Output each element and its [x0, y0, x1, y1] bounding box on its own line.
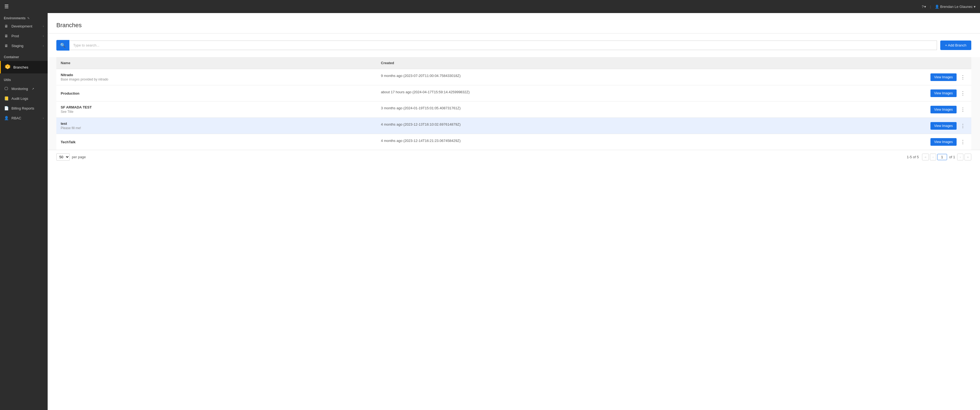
document-icon: 📄 — [4, 106, 9, 110]
table-row: test Please fill me! 4 months ago (2023-… — [56, 118, 971, 134]
user-label: Brendan Le Glaunec — [940, 5, 973, 9]
prev-page-button[interactable]: ‹ — [930, 154, 936, 160]
row-actions-cell: View Images ⋮ — [917, 69, 971, 85]
view-images-button[interactable]: View Images — [931, 89, 956, 97]
user-chevron-icon: ▾ — [974, 5, 976, 9]
row-created-cell: 4 months ago (2023-12-14T16:21:23.067458… — [377, 134, 917, 150]
menu-icon[interactable]: ☰ — [4, 3, 9, 9]
row-actions-cell: View Images ⋮ — [917, 101, 971, 117]
of-total-label: of 1 — [949, 155, 955, 159]
sidebar-item-billing-reports[interactable]: 📄 Billing Reports — [0, 103, 48, 113]
next-page-button[interactable]: › — [957, 154, 963, 160]
row-name-cell: TechTalk — [56, 134, 377, 150]
chevron-right-icon: › — [43, 116, 44, 120]
row-name: test — [61, 122, 372, 126]
sidebar-item-label: Audit Logs — [11, 97, 28, 101]
row-date: 9 months ago (2023-07-20T11:00:04.758433… — [377, 73, 917, 82]
help-button[interactable]: ? ▾ — [922, 5, 926, 9]
col-name: Name — [56, 57, 377, 69]
add-branch-button[interactable]: + Add Branch — [940, 41, 971, 50]
row-actions-cell: View Images ⋮ — [917, 134, 971, 150]
row-name: SF ARMADA TEST — [61, 105, 372, 109]
row-actions-cell: View Images ⋮ — [917, 118, 971, 134]
sidebar-item-label: Monitoring — [11, 87, 28, 91]
table-header: Name Created — [56, 57, 971, 69]
view-images-button[interactable]: View Images — [931, 122, 956, 130]
first-page-button[interactable]: « — [922, 154, 929, 160]
sidebar: Environments ✎ 🖥 Development › 🖥 Prod › … — [0, 13, 48, 410]
kebab-menu-button[interactable]: ⋮ — [959, 89, 967, 97]
row-created-cell: 9 months ago (2023-07-20T11:00:04.758433… — [377, 69, 917, 85]
edit-icon: ✎ — [27, 17, 30, 20]
kebab-menu-button[interactable]: ⋮ — [959, 138, 967, 146]
row-created-cell: 4 months ago (2023-12-13T16:10:02.697614… — [377, 118, 917, 134]
table-row: TechTalk 4 months ago (2023-12-14T16:21:… — [56, 134, 971, 150]
user-menu-button[interactable]: 👤 Brendan Le Glaunec ▾ — [935, 5, 976, 9]
view-images-button[interactable]: View Images — [931, 73, 956, 81]
per-page-label: per page — [72, 155, 86, 159]
topbar: ☰ ? ▾ | 👤 Brendan Le Glaunec ▾ — [0, 0, 980, 13]
row-name: Production — [61, 91, 372, 95]
topbar-right: ? ▾ | 👤 Brendan Le Glaunec ▾ — [922, 5, 976, 9]
utils-section-label: Utils — [4, 78, 11, 82]
sidebar-item-branches[interactable]: Branches — [0, 61, 48, 73]
row-date: 4 months ago (2023-12-14T16:21:23.067458… — [377, 138, 917, 147]
help-chevron-icon: ▾ — [924, 5, 926, 9]
kebab-menu-button[interactable]: ⋮ — [959, 106, 967, 114]
help-icon: ? — [922, 5, 924, 9]
book-icon: 📒 — [4, 96, 9, 101]
branches-table-wrapper: Name Created Nitrado Base images provide… — [48, 57, 980, 150]
row-name-cell: Nitrado Base images provided by nitrado — [56, 69, 377, 85]
per-page-select[interactable]: 50 25 10 — [56, 154, 70, 161]
row-name-cell: Production — [56, 85, 377, 101]
per-page-control: 50 25 10 per page — [56, 154, 86, 161]
branches-icon — [5, 63, 11, 71]
sidebar-item-development[interactable]: 🖥 Development › — [0, 21, 48, 31]
row-created-cell: about 17 hours ago (2024-04-17T15:59:14.… — [377, 85, 917, 101]
svg-point-2 — [7, 66, 8, 67]
table-row: Nitrado Base images provided by nitrado … — [56, 69, 971, 85]
kebab-menu-button[interactable]: ⋮ — [959, 122, 967, 130]
sidebar-item-prod[interactable]: 🖥 Prod › — [0, 31, 48, 41]
col-actions — [917, 57, 971, 69]
chevron-right-icon: › — [43, 34, 44, 38]
sidebar-item-label: Prod — [11, 34, 19, 38]
row-desc: See Title — [61, 110, 372, 114]
sidebar-item-audit-logs[interactable]: 📒 Audit Logs — [0, 93, 48, 103]
container-section-label: Container — [4, 55, 19, 59]
sidebar-item-label: Development — [11, 24, 32, 28]
user-icon: 👤 — [4, 116, 9, 120]
sidebar-item-staging[interactable]: 🖥 Staging › — [0, 41, 48, 51]
row-date: 3 months ago (2024-01-19T15:01:05.408731… — [377, 105, 917, 114]
pagination-right: 1-5 of 5 « ‹ of 1 › » — [907, 154, 971, 160]
header-divider — [48, 33, 980, 33]
monitor-icon: 🖥 — [4, 34, 9, 38]
user-icon: 👤 — [935, 5, 939, 9]
sidebar-item-label: Staging — [11, 44, 24, 48]
table-body: Nitrado Base images provided by nitrado … — [56, 69, 971, 150]
chevron-right-icon: › — [43, 44, 44, 47]
sidebar-item-monitoring[interactable]: 🖵 Monitoring ↗ — [0, 84, 48, 93]
last-page-button[interactable]: » — [964, 154, 971, 160]
view-images-button[interactable]: View Images — [931, 106, 956, 113]
row-date: 4 months ago (2023-12-13T16:10:02.697614… — [377, 121, 917, 130]
row-created-cell: 3 months ago (2024-01-19T15:01:05.408731… — [377, 101, 917, 117]
monitor-icon: 🖵 — [4, 87, 9, 91]
search-button[interactable]: 🔍 — [56, 40, 69, 51]
sidebar-item-rbac[interactable]: 👤 RBAC › — [0, 113, 48, 123]
row-name-cell: test Please fill me! — [56, 118, 377, 134]
sidebar-item-label: Branches — [13, 65, 28, 69]
page-number-input[interactable] — [937, 154, 947, 160]
search-input[interactable] — [69, 41, 937, 50]
branches-table: Name Created Nitrado Base images provide… — [56, 57, 971, 150]
view-images-button[interactable]: View Images — [931, 138, 956, 146]
row-desc: Please fill me! — [61, 126, 372, 130]
table-row: SF ARMADA TEST See Title 3 months ago (2… — [56, 101, 971, 117]
kebab-menu-button[interactable]: ⋮ — [959, 73, 967, 81]
row-name: Nitrado — [61, 73, 372, 77]
col-created: Created — [377, 57, 917, 69]
search-icon: 🔍 — [60, 43, 65, 48]
search-bar: 🔍 + Add Branch — [56, 40, 971, 51]
page-title: Branches — [56, 22, 971, 29]
sidebar-item-label: RBAC — [11, 116, 21, 120]
